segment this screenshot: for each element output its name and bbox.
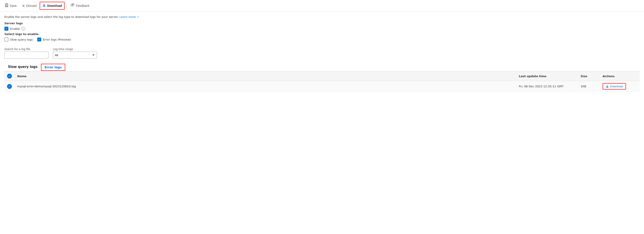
select-logs-label: Select logs to enable.: [4, 33, 640, 36]
external-link-icon: ↗: [137, 16, 139, 19]
header-select-all[interactable]: [7, 74, 12, 79]
discard-button[interactable]: ✕ Discard: [20, 3, 39, 9]
col-header-actions: Actions: [600, 72, 640, 81]
slow-query-row: Slow query logs: [4, 38, 33, 42]
log-table: Name Last update time Size Actions mysql…: [4, 72, 640, 92]
search-filter: Search for a log file: [4, 48, 48, 59]
feedback-label: Feedback: [76, 4, 89, 8]
time-range-label: Log time range: [53, 48, 97, 51]
row-download-label: Download: [610, 85, 623, 88]
discard-label: Discard: [26, 4, 36, 8]
table-row: mysql-error-demomysql-2023120810.log Fri…: [4, 81, 640, 92]
col-header-check: [4, 72, 14, 81]
main-content: Enable the server logs and select the lo…: [0, 12, 644, 96]
search-label: Search for a log file: [4, 48, 48, 51]
discard-icon: ✕: [22, 4, 25, 8]
tab-error-logs[interactable]: Error logs: [41, 64, 65, 71]
description-text: Enable the server logs and select the lo…: [4, 15, 640, 19]
row-time-cell: Fri, 08 Dec 2023 12:35:11 GMT: [516, 81, 578, 92]
log-type-row: Slow query logs Error logs (Preview): [4, 38, 640, 43]
error-logs-row: Error logs (Preview): [37, 38, 71, 42]
learn-more-link[interactable]: Learn more ↗: [120, 15, 139, 19]
toolbar: Save ✕ Discard Download Feedback: [0, 0, 644, 12]
download-icon: [42, 4, 46, 8]
enable-row: Enable i: [4, 27, 640, 31]
error-logs-label: Error logs (Preview): [43, 38, 71, 41]
slow-query-label: Slow query logs: [10, 38, 33, 41]
filters-row: Search for a log file Log time range All…: [4, 48, 640, 59]
col-header-time: Last update time: [516, 72, 578, 81]
row-name-cell: mysql-error-demomysql-2023120810.log: [14, 81, 516, 92]
save-label: Save: [10, 4, 17, 8]
row-checkbox[interactable]: [7, 84, 12, 89]
row-actions-cell: Download: [600, 81, 640, 92]
time-range-select[interactable]: All Last hour Last 6 hours Last 24 hours: [53, 52, 97, 59]
col-header-name: Name: [14, 72, 516, 81]
save-button[interactable]: Save: [3, 2, 19, 9]
enable-label: Enable: [10, 27, 20, 31]
search-input[interactable]: [4, 52, 48, 59]
server-logs-label: Server logs: [4, 22, 640, 25]
info-icon: i: [22, 27, 25, 31]
col-header-size: Size: [578, 72, 600, 81]
table-header-row: Name Last update time Size Actions: [4, 72, 640, 81]
tabs-row: Slow query logs Error logs: [4, 63, 640, 72]
feedback-button[interactable]: Feedback: [68, 2, 92, 9]
svg-rect-2: [6, 6, 8, 7]
svg-rect-1: [6, 4, 7, 5]
download-button[interactable]: Download: [40, 2, 64, 10]
error-logs-checkbox[interactable]: [37, 38, 41, 42]
row-download-button[interactable]: Download: [602, 83, 626, 90]
save-icon: [5, 4, 8, 8]
feedback-icon: [70, 4, 74, 8]
time-range-filter: Log time range All Last hour Last 6 hour…: [53, 48, 97, 59]
slow-query-checkbox[interactable]: [4, 38, 8, 42]
enable-checkbox[interactable]: [4, 27, 8, 31]
row-size-cell: 1KB: [578, 81, 600, 92]
download-label: Download: [47, 4, 62, 8]
tab-slow-query-logs[interactable]: Slow query logs: [4, 63, 41, 71]
row-check-cell: [4, 81, 14, 92]
toolbar-divider: [66, 3, 66, 8]
log-table-container: Name Last update time Size Actions mysql…: [4, 72, 640, 92]
